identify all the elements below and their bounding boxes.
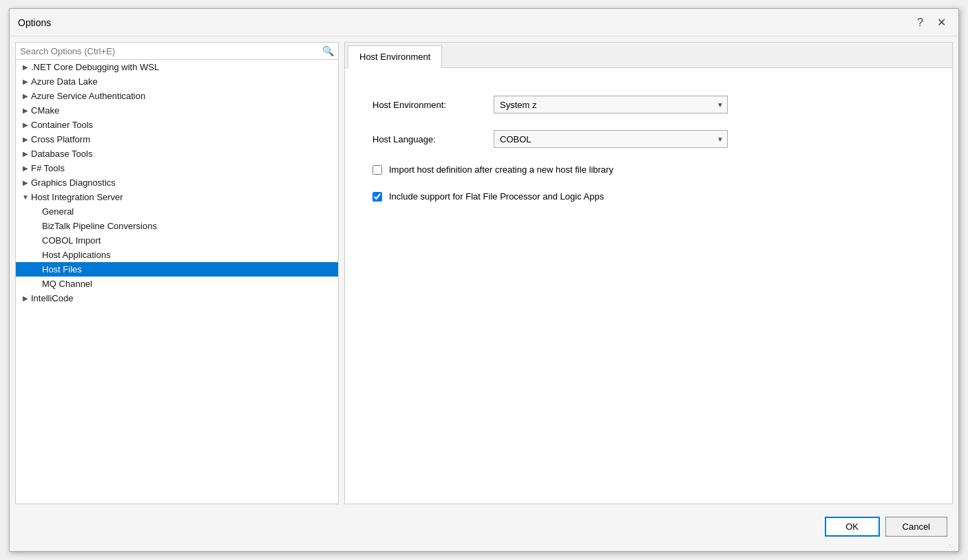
expand-arrow: ▶ bbox=[20, 136, 31, 143]
dialog-title: Options bbox=[18, 17, 51, 28]
tab-host-environment[interactable]: Host Environment bbox=[348, 45, 442, 68]
tree-item-cmake[interactable]: ▶ CMake bbox=[16, 103, 338, 118]
tree-item-label: Cross Platform bbox=[31, 134, 90, 144]
host-environment-dropdown[interactable]: System z IBM i IBM z/OS bbox=[494, 96, 728, 114]
expand-arrow: ▶ bbox=[20, 150, 31, 158]
close-button[interactable]: ✕ bbox=[933, 14, 950, 30]
tree-item-label: Azure Service Authentication bbox=[31, 91, 145, 101]
tree-item-graphics-diagnostics[interactable]: ▶ Graphics Diagnostics bbox=[16, 175, 338, 190]
expand-arrow: ▶ bbox=[20, 78, 31, 85]
tree-item-biztalk[interactable]: BizTalk Pipeline Conversions bbox=[16, 219, 338, 233]
tree-item-label: MQ Channel bbox=[42, 279, 92, 289]
title-bar-buttons: ? ✕ bbox=[913, 14, 950, 30]
tree-item-host-integration-server[interactable]: ▼ Host Integration Server bbox=[16, 190, 338, 204]
main-content: 🔍 ▶ .NET Core Debugging with WSL ▶ Azure… bbox=[10, 36, 958, 510]
tab-bar: Host Environment bbox=[345, 43, 952, 68]
host-language-row: Host Language: COBOL RPG PL/I ▼ bbox=[372, 130, 925, 148]
host-environment-row: Host Environment: System z IBM i IBM z/O… bbox=[372, 96, 925, 114]
checkbox-flatfile-row: Include support for Flat File Processor … bbox=[372, 191, 925, 202]
expand-arrow: ▶ bbox=[20, 294, 31, 302]
tree-item-label: Database Tools bbox=[31, 149, 92, 159]
tree-item-azure-data-lake[interactable]: ▶ Azure Data Lake bbox=[16, 74, 338, 89]
title-bar: Options ? ✕ bbox=[10, 9, 958, 36]
right-panel: Host Environment Host Environment: Syste… bbox=[344, 42, 953, 504]
expand-arrow: ▶ bbox=[20, 164, 31, 172]
tree-item-general[interactable]: General bbox=[16, 204, 338, 219]
expand-arrow: ▶ bbox=[20, 121, 31, 129]
tree-item-cross-platform[interactable]: ▶ Cross Platform bbox=[16, 132, 338, 147]
host-language-label: Host Language: bbox=[372, 134, 483, 144]
expand-arrow: ▶ bbox=[20, 107, 31, 114]
panel-content: Host Environment: System z IBM i IBM z/O… bbox=[345, 68, 952, 504]
tree-item-label: Azure Data Lake bbox=[31, 76, 98, 87]
tree-view[interactable]: ▶ .NET Core Debugging with WSL ▶ Azure D… bbox=[16, 60, 338, 504]
tree-item-database-tools[interactable]: ▶ Database Tools bbox=[16, 147, 338, 161]
ok-button[interactable]: OK bbox=[825, 517, 880, 537]
tree-item-label: General bbox=[42, 206, 74, 217]
search-icon: 🔍 bbox=[322, 45, 334, 56]
tree-item-cobol-import[interactable]: COBOL Import bbox=[16, 233, 338, 248]
host-language-dropdown-wrapper: COBOL RPG PL/I ▼ bbox=[494, 130, 728, 148]
flat-file-processor-checkbox[interactable] bbox=[372, 192, 382, 202]
tree-item-container-tools[interactable]: ▶ Container Tools bbox=[16, 118, 338, 132]
tree-item-label: CMake bbox=[31, 105, 59, 116]
cancel-button[interactable]: Cancel bbox=[885, 517, 947, 537]
tree-item-azure-service-auth[interactable]: ▶ Azure Service Authentication bbox=[16, 89, 338, 103]
search-box: 🔍 bbox=[16, 43, 338, 60]
host-environment-label: Host Environment: bbox=[372, 100, 483, 110]
tree-item-label: Host Applications bbox=[42, 250, 111, 260]
tree-item-label: Container Tools bbox=[31, 120, 93, 130]
options-dialog: Options ? ✕ 🔍 ▶ .NET Core Debugging with… bbox=[9, 8, 959, 552]
tree-item-label: BizTalk Pipeline Conversions bbox=[42, 221, 157, 231]
checkbox-import-row: Import host definition after creating a … bbox=[372, 164, 925, 175]
left-panel: 🔍 ▶ .NET Core Debugging with WSL ▶ Azure… bbox=[15, 42, 339, 504]
host-language-dropdown[interactable]: COBOL RPG PL/I bbox=[494, 130, 728, 148]
import-definition-label: Import host definition after creating a … bbox=[389, 164, 613, 175]
tree-item-mq-channel[interactable]: MQ Channel bbox=[16, 277, 338, 291]
tree-item-label: F# Tools bbox=[31, 163, 65, 173]
host-environment-dropdown-wrapper: System z IBM i IBM z/OS ▼ bbox=[494, 96, 728, 114]
tree-item-label: IntelliCode bbox=[31, 293, 73, 303]
tree-item-host-applications[interactable]: Host Applications bbox=[16, 248, 338, 262]
help-button[interactable]: ? bbox=[913, 15, 927, 30]
flat-file-processor-label: Include support for Flat File Processor … bbox=[389, 191, 604, 202]
tree-item-intellicode[interactable]: ▶ IntelliCode bbox=[16, 291, 338, 305]
footer: OK Cancel bbox=[10, 510, 958, 543]
expand-arrow: ▶ bbox=[20, 179, 31, 186]
tree-item-fsharp-tools[interactable]: ▶ F# Tools bbox=[16, 161, 338, 175]
resize-handle[interactable]: ⋱ bbox=[10, 543, 958, 551]
tree-item-label: Host Files bbox=[42, 264, 82, 274]
tree-item-label: Host Integration Server bbox=[31, 192, 123, 202]
tree-item-label: .NET Core Debugging with WSL bbox=[31, 62, 159, 72]
tree-item-label: Graphics Diagnostics bbox=[31, 177, 116, 188]
import-definition-checkbox[interactable] bbox=[372, 165, 382, 175]
expand-arrow: ▶ bbox=[20, 92, 31, 100]
expand-arrow: ▶ bbox=[20, 63, 31, 71]
search-input[interactable] bbox=[20, 46, 322, 56]
tree-item-label: COBOL Import bbox=[42, 235, 101, 246]
expand-arrow: ▼ bbox=[20, 193, 31, 201]
tree-item-host-files[interactable]: Host Files bbox=[16, 262, 338, 277]
tree-item-net-core[interactable]: ▶ .NET Core Debugging with WSL bbox=[16, 60, 338, 74]
